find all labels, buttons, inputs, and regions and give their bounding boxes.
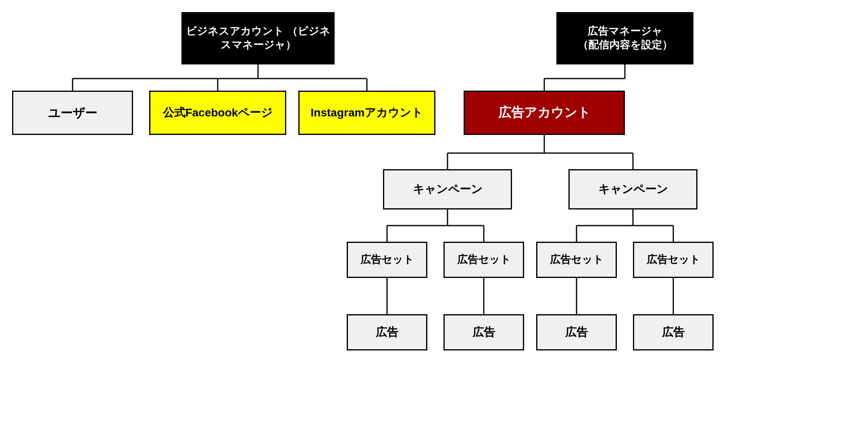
campaign-1-node: キャンペーン bbox=[383, 169, 512, 209]
adset-3-node: 広告セット bbox=[536, 242, 617, 278]
ad-manager-node: 広告マネージャ（配信内容を設定） bbox=[556, 12, 693, 64]
facebook-page-node: 公式Facebookページ bbox=[149, 91, 286, 135]
adset-4-node: 広告セット bbox=[633, 242, 714, 278]
ad-2-node: 広告 bbox=[443, 314, 524, 350]
ad-4-node: 広告 bbox=[633, 314, 714, 350]
business-account-node: ビジネスアカウント （ビジネスマネージャ） bbox=[181, 12, 335, 64]
ad-3-node: 広告 bbox=[536, 314, 617, 350]
diagram: ビジネスアカウント （ビジネスマネージャ） 広告マネージャ（配信内容を設定） ユ… bbox=[0, 0, 868, 427]
adset-2-node: 広告セット bbox=[443, 242, 524, 278]
connectors bbox=[0, 0, 868, 427]
ad-account-node: 広告アカウント bbox=[464, 91, 625, 135]
adset-1-node: 広告セット bbox=[347, 242, 427, 278]
ad-1-node: 広告 bbox=[347, 314, 427, 350]
campaign-2-node: キャンペーン bbox=[568, 169, 697, 209]
user-node: ユーザー bbox=[12, 91, 133, 135]
instagram-node: Instagramアカウント bbox=[298, 91, 435, 135]
